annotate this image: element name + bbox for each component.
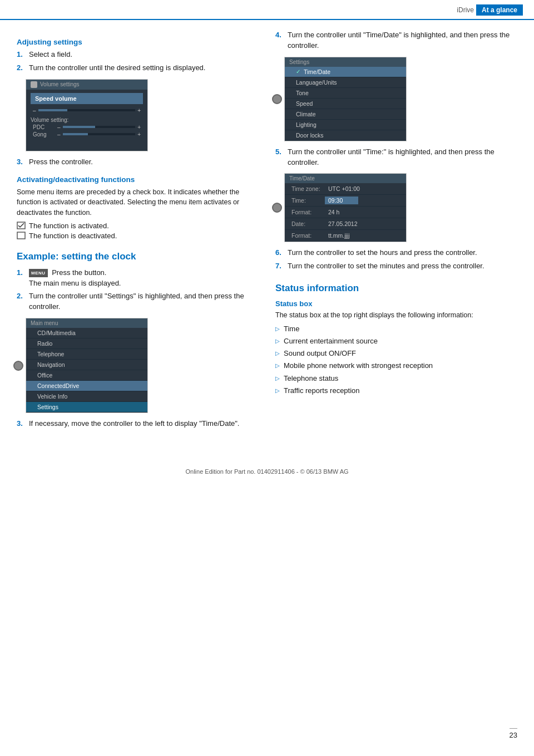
example-step-2-text: Turn the controller until "Settings" is …: [29, 291, 259, 312]
page-number: 23: [510, 731, 517, 739]
example-step-3-num: 3.: [17, 419, 27, 429]
step-1: 1. Select a field.: [17, 50, 259, 60]
speed-volume-label: Speed volume: [35, 95, 77, 102]
right-step-6: 6. Turn the controller to set the hours …: [275, 248, 517, 258]
triangle-icon-3: ▷: [275, 362, 280, 370]
header-ataglance-label: At a glance: [476, 4, 523, 16]
triangle-icon-1: ▷: [275, 337, 280, 345]
timedate-header: Time/Date: [285, 174, 406, 183]
menu-item-settings: Settings: [26, 402, 147, 413]
right-step-6-text: Turn the controller to set the hours and…: [288, 248, 517, 258]
right-step-4: 4. Turn the controller until "Time/Date"…: [275, 30, 517, 51]
menu-item-5: ConnectedDrive: [26, 381, 147, 391]
settings-item-timedate: ✓ Time/Date: [285, 67, 406, 77]
settings-item-tone: Tone: [285, 88, 406, 99]
date-label: Date:: [291, 220, 325, 227]
settings-item-languageunits: Language/Units: [285, 77, 406, 88]
check-deactivated-icon: [17, 232, 26, 239]
settings-screen: Settings ✓ Time/Date Language/Units Tone…: [284, 57, 407, 141]
slider-minus: –: [33, 107, 36, 114]
timedate-screen-wrapper: Time/Date Time zone: UTC +01:00 Time: 09…: [284, 173, 517, 242]
status-item-2-text: Sound output ON/OFF: [284, 348, 356, 359]
timedate-row-date: Date: 27.05.2012: [285, 218, 406, 230]
timedate-controller-knob: [272, 203, 282, 213]
timedate-title: Time/Date: [289, 175, 315, 181]
status-item-5-text: Traffic reports reception: [284, 386, 360, 396]
menu-item-3: Navigation: [26, 360, 147, 370]
status-item-0: ▷ Time: [275, 324, 517, 334]
page-number-box: 23: [510, 728, 517, 739]
check-activated-text: The function is activated.: [29, 222, 109, 230]
timedate-row-format1: Format: 24 h: [285, 207, 406, 218]
right-step-7: 7. Turn the controller to set the minute…: [275, 261, 517, 272]
header-bar: iDrive At a glance: [0, 0, 534, 20]
example-steps-list-2: 3. If necessary, move the controller to …: [17, 419, 259, 429]
svg-rect-1: [17, 232, 25, 239]
controller-knob: [13, 361, 23, 371]
vol-screen-title: Volume settings: [40, 81, 80, 87]
menu-button-icon: MENU: [29, 269, 48, 278]
main-menu-screen-wrapper: Main menu CD/Multimedia Radio Telephone …: [26, 318, 259, 413]
timedate-screen: Time/Date Time zone: UTC +01:00 Time: 09…: [284, 173, 407, 242]
example-step-1-num: 1.: [17, 268, 27, 289]
example-step-1-text: MENU Press the button.The main menu is d…: [29, 268, 259, 289]
pdc-row: PDC – +: [26, 124, 147, 131]
status-item-5: ▷ Traffic reports reception: [275, 386, 517, 396]
adjusting-steps-list-2: 3. Press the controller.: [17, 157, 259, 168]
timezone-value: UTC +01:00: [325, 185, 363, 193]
status-item-4-text: Telephone status: [284, 374, 338, 384]
adjusting-steps-list: 1. Select a field. 2. Turn the controlle…: [17, 50, 259, 73]
speed-slider-row: – +: [26, 106, 147, 115]
example-step-3: 3. If necessary, move the controller to …: [17, 419, 259, 429]
settings-timedate-label: Time/Date: [304, 68, 330, 75]
time-value: 09:30: [325, 197, 358, 204]
menu-item-4: Office: [26, 370, 147, 381]
right-step-4-text: Turn the controller until "Time/Date" is…: [288, 30, 517, 51]
main-content: Adjusting settings 1. Select a field. 2.…: [0, 20, 534, 451]
right-steps-list-2: 5. Turn the controller until "Time:" is …: [275, 147, 517, 168]
right-step-6-num: 6.: [275, 248, 285, 258]
main-menu-header: Main menu: [26, 318, 147, 328]
example-step-1: 1. MENU Press the button.The main menu i…: [17, 268, 259, 289]
right-steps-list-3: 6. Turn the controller to set the hours …: [275, 248, 517, 272]
format2-label: Format:: [291, 232, 325, 239]
gong-row: Gong – +: [26, 131, 147, 138]
date-value: 27.05.2012: [325, 220, 361, 228]
right-steps-list: 4. Turn the controller until "Time/Date"…: [275, 30, 517, 51]
example-step-2-num: 2.: [17, 291, 27, 312]
triangle-icon-4: ▷: [275, 375, 280, 382]
status-item-1: ▷ Current entertainment source: [275, 336, 517, 346]
slider-bar: [38, 109, 136, 111]
triangle-icon-2: ▷: [275, 350, 280, 357]
check-activated-item: The function is activated.: [17, 222, 259, 230]
right-step-5-num: 5.: [275, 147, 285, 168]
gong-minus: –: [57, 131, 61, 138]
pdc-plus: +: [137, 124, 141, 130]
settings-screen-wrapper: Settings ✓ Time/Date Language/Units Tone…: [284, 57, 517, 141]
status-item-2: ▷ Sound output ON/OFF: [275, 348, 517, 359]
triangle-icon-0: ▷: [275, 325, 280, 333]
footer-text: Online Edition for Part no. 01402911406 …: [185, 468, 348, 475]
status-item-1-text: Current entertainment source: [284, 336, 378, 346]
adjusting-settings-title: Adjusting settings: [17, 38, 259, 46]
right-step-4-num: 4.: [275, 30, 285, 51]
slider-plus: +: [137, 107, 141, 114]
right-step-7-text: Turn the controller to set the minutes a…: [288, 261, 517, 272]
status-items-list: ▷ Time ▷ Current entertainment source ▷ …: [275, 324, 517, 396]
step-1-text: Select a field.: [29, 50, 259, 60]
timedate-row-format2: Format: tt.mm.jjjj: [285, 230, 406, 242]
page-number-area: 23: [510, 728, 517, 739]
step-2-text: Turn the controller until the desired se…: [29, 63, 259, 73]
menu-item-6: Vehicle Info: [26, 391, 147, 402]
check-deactivated-text: The function is deactivated.: [29, 232, 117, 240]
status-item-3-text: Mobile phone network with strongest rece…: [284, 361, 433, 371]
activating-title: Activating/deactivating functions: [17, 175, 259, 184]
timezone-label: Time zone:: [291, 185, 325, 192]
example-steps-list: 1. MENU Press the button.The main menu i…: [17, 268, 259, 312]
timedate-row-timezone: Time zone: UTC +01:00: [285, 183, 406, 195]
status-box-body: The status box at the top right displays…: [275, 310, 517, 321]
status-info-section: Status information Status box The status…: [275, 283, 517, 396]
step-2: 2. Turn the controller until the desired…: [17, 63, 259, 73]
menu-item-1: Radio: [26, 338, 147, 349]
settings-header: Settings: [285, 57, 406, 67]
